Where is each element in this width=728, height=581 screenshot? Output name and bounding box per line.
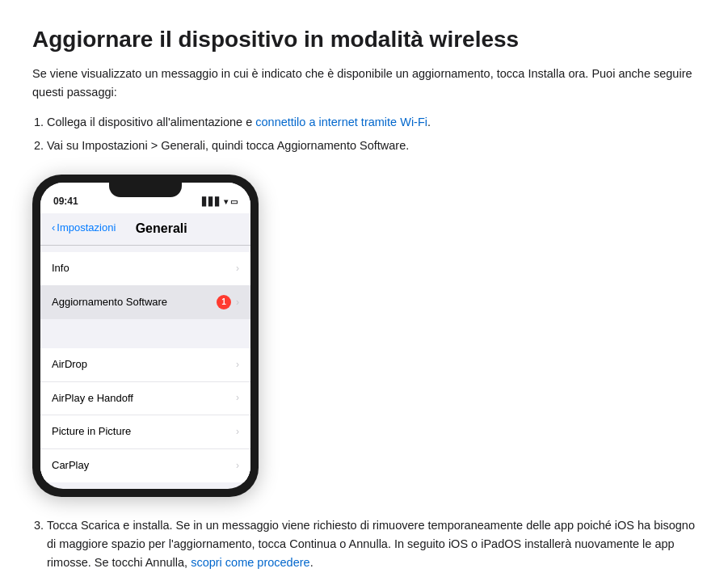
settings-row-right-aggiornamento: 1 › xyxy=(217,295,239,310)
wifi-link[interactable]: connettilo a internet tramite Wi-Fi xyxy=(255,116,427,128)
settings-section-1: Info › Aggiornamento Software 1 › xyxy=(40,252,250,319)
intro-paragraph: Se viene visualizzato un messaggio in cu… xyxy=(32,65,696,102)
badge-aggiornamento: 1 xyxy=(217,295,231,309)
chevron-icon-carplay: › xyxy=(236,458,239,474)
settings-row-label-info: Info xyxy=(52,260,69,277)
settings-row-label-aggiornamento: Aggiornamento Software xyxy=(52,294,167,311)
back-chevron-icon: ‹ xyxy=(52,220,55,237)
wifi-icon: ▾ xyxy=(224,196,228,208)
page-title: Aggiornare il dispositivo in modalità wi… xyxy=(32,26,696,53)
settings-row-label-airplay: AirPlay e Handoff xyxy=(52,390,133,407)
chevron-icon-picture: › xyxy=(236,424,239,440)
settings-row-info[interactable]: Info › xyxy=(40,252,250,286)
settings-row-right-airdrop: › xyxy=(236,357,239,373)
chevron-icon-airplay: › xyxy=(236,390,239,406)
status-icons: ▋▋▋ ▾ ▭ xyxy=(202,196,238,208)
settings-row-aggiornamento[interactable]: Aggiornamento Software 1 › xyxy=(40,286,250,319)
phone-container: 09:41 ▋▋▋ ▾ ▭ ‹ Impostazioni Generali In… xyxy=(32,175,696,497)
step-1: Collega il dispositivo all'alimentazione… xyxy=(47,113,696,132)
settings-row-right-picture: › xyxy=(236,424,239,440)
signal-icon: ▋▋▋ xyxy=(202,196,221,208)
settings-row-airdrop[interactable]: AirDrop › xyxy=(40,348,250,382)
phone-screen: 09:41 ▋▋▋ ▾ ▭ ‹ Impostazioni Generali In… xyxy=(40,183,250,489)
phone-mockup: 09:41 ▋▋▋ ▾ ▭ ‹ Impostazioni Generali In… xyxy=(32,175,259,497)
nav-bar: ‹ Impostazioni Generali xyxy=(40,213,250,246)
nav-back[interactable]: ‹ Impostazioni xyxy=(52,220,116,237)
step-2-text: Vai su Impostazioni > Generali, quindi t… xyxy=(47,139,409,152)
step-1-text-after: . xyxy=(427,116,431,128)
chevron-icon-airdrop: › xyxy=(236,357,239,373)
steps-before-image: Collega il dispositivo all'alimentazione… xyxy=(47,113,696,155)
settings-row-label-picture: Picture in Picture xyxy=(52,423,131,440)
section-gap xyxy=(40,326,250,342)
settings-row-right-info: › xyxy=(236,261,239,276)
settings-row-right-carplay: › xyxy=(236,458,239,474)
come-procedere-link[interactable]: scopri come procedere xyxy=(191,556,310,569)
nav-title: Generali xyxy=(136,218,187,239)
step-3-text-after: . xyxy=(310,556,314,569)
settings-row-label-airdrop: AirDrop xyxy=(52,356,87,373)
settings-row-right-airplay: › xyxy=(236,390,239,406)
step-2: Vai su Impostazioni > Generali, quindi t… xyxy=(47,137,696,155)
nav-back-label: Impostazioni xyxy=(57,220,116,237)
step-3-text-before: Tocca Scarica e installa. Se in un messa… xyxy=(47,519,695,569)
battery-icon: ▭ xyxy=(230,196,238,208)
settings-row-label-carplay: CarPlay xyxy=(52,457,89,474)
chevron-icon-info: › xyxy=(236,261,239,276)
step-1-text-before: Collega il dispositivo all'alimentazione… xyxy=(47,116,255,128)
status-time: 09:41 xyxy=(53,194,78,209)
settings-row-carplay[interactable]: CarPlay › xyxy=(40,449,250,482)
settings-row-picture[interactable]: Picture in Picture › xyxy=(40,415,250,449)
steps-after-image: Tocca Scarica e installa. Se in un messa… xyxy=(47,516,696,581)
chevron-icon-aggiornamento: › xyxy=(236,295,239,310)
phone-notch xyxy=(109,183,182,197)
settings-section-2: AirDrop › AirPlay e Handoff › Picture in… xyxy=(40,348,250,482)
step-3: Tocca Scarica e installa. Se in un messa… xyxy=(47,516,696,573)
settings-row-airplay[interactable]: AirPlay e Handoff › xyxy=(40,382,250,416)
